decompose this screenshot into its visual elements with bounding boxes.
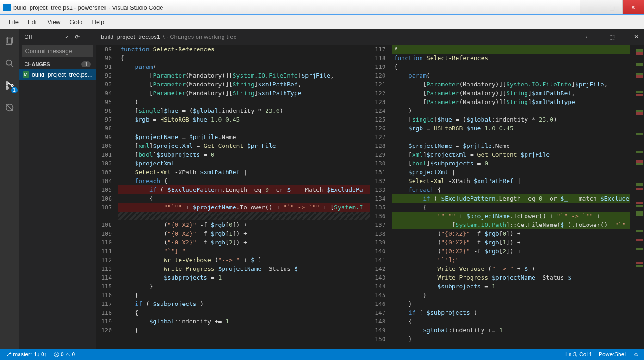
changed-file-item[interactable]: M build_project_tree.ps... — [19, 69, 97, 80]
maximize-button[interactable]: ▢ — [601, 0, 622, 14]
svg-line-3 — [11, 65, 14, 67]
window-titlebar: build_project_tree.ps1 - powershell - Vi… — [0, 0, 644, 15]
svg-point-4 — [6, 82, 8, 84]
menu-view[interactable]: View — [43, 17, 65, 27]
commit-placeholder: Commit message — [25, 48, 72, 55]
code-right[interactable]: #function Select-References{ param( [Par… — [392, 45, 630, 349]
workbench: 1 GIT ✓ ⟳ ⋯ Commit message CHANGES 1 M b… — [0, 29, 644, 349]
changes-count: 1 — [81, 61, 91, 67]
menu-help[interactable]: Help — [87, 17, 109, 27]
toggle-inline-icon[interactable]: ⬚ — [609, 33, 615, 40]
sidebar-header: GIT ✓ ⟳ ⋯ — [19, 29, 97, 45]
close-button[interactable]: ✕ — [622, 0, 644, 14]
window-title: build_project_tree.ps1 - powershell - Vi… — [13, 4, 580, 11]
scm-badge: 1 — [11, 87, 18, 93]
tab-more-icon[interactable]: ⋯ — [621, 33, 627, 40]
code-left[interactable]: function Select-References{ param( [Para… — [118, 45, 370, 349]
gutter-right: 1171181191201211221231241251261271281291… — [370, 45, 392, 349]
diff-left-pane[interactable]: 8990919293949596979899100101102103104105… — [96, 45, 370, 349]
source-control-icon[interactable]: 1 — [4, 79, 16, 92]
file-label: build_project_tree.ps... — [32, 71, 93, 78]
tab-close-icon[interactable]: ✕ — [634, 33, 639, 40]
commit-input[interactable]: Commit message — [22, 45, 94, 57]
overview-ruler[interactable] — [630, 45, 644, 349]
svg-point-2 — [6, 60, 11, 65]
search-icon[interactable] — [4, 57, 16, 69]
file-status-badge: M — [23, 71, 29, 78]
status-problems[interactable]: ⓧ 0 ⚠ 0 — [54, 351, 75, 359]
tab-suffix: \ - Changes on working tree — [163, 33, 237, 40]
gutter-left: 8990919293949596979899100101102103104105… — [96, 45, 118, 349]
tabbar: build_project_tree.ps1 \ - Changes on wo… — [96, 29, 644, 45]
minimize-button[interactable]: — — [580, 0, 601, 14]
diff-editor: 8990919293949596979899100101102103104105… — [96, 45, 644, 349]
more-icon[interactable]: ⋯ — [85, 34, 91, 40]
statusbar: ⎇ master* 1↓ 0↑ ⓧ 0 ⚠ 0 Ln 3, Col 1 Powe… — [0, 349, 644, 360]
nav-back-icon[interactable]: ← — [584, 33, 590, 40]
nav-forward-icon[interactable]: → — [597, 33, 603, 40]
vscode-icon — [3, 4, 11, 11]
menubar: File Edit View Goto Help — [0, 15, 644, 29]
diff-right-pane[interactable]: 1171181191201211221231241251261271281291… — [370, 45, 644, 349]
explorer-icon[interactable] — [4, 35, 16, 47]
svg-point-5 — [6, 87, 8, 89]
sidebar: GIT ✓ ⟳ ⋯ Commit message CHANGES 1 M bui… — [19, 29, 97, 349]
tab-filename[interactable]: build_project_tree.ps1 — [101, 33, 160, 40]
changes-section[interactable]: CHANGES 1 — [19, 60, 97, 69]
status-branch[interactable]: ⎇ master* 1↓ 0↑ — [5, 351, 47, 358]
menu-goto[interactable]: Goto — [65, 17, 87, 27]
editor-area: build_project_tree.ps1 \ - Changes on wo… — [96, 29, 644, 349]
changes-label: CHANGES — [25, 61, 50, 67]
status-language[interactable]: PowerShell — [599, 351, 627, 358]
sidebar-title: GIT — [25, 34, 34, 40]
refresh-icon[interactable]: ⟳ — [75, 34, 80, 40]
menu-edit[interactable]: Edit — [23, 17, 43, 27]
activitybar: 1 — [0, 29, 19, 349]
feedback-icon[interactable]: ☺ — [633, 351, 639, 358]
commit-icon[interactable]: ✓ — [65, 34, 69, 40]
debug-icon[interactable] — [4, 102, 16, 114]
status-position[interactable]: Ln 3, Col 1 — [565, 351, 592, 358]
menu-file[interactable]: File — [4, 17, 23, 27]
svg-point-6 — [11, 85, 13, 87]
